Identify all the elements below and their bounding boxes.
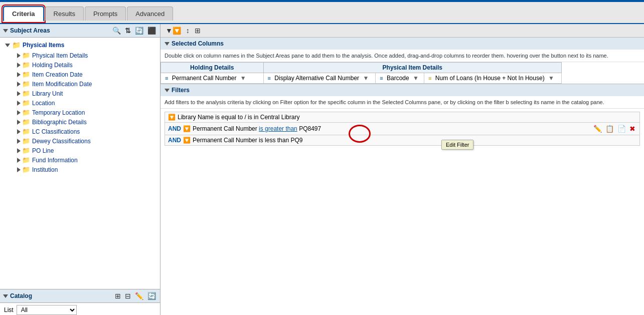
tree-item-creation-date[interactable]: 📁 Item Creation Date xyxy=(13,70,160,79)
filter-operator-link[interactable]: is greater than xyxy=(259,125,297,132)
item-label: Institution xyxy=(32,166,58,173)
col-menu-icon[interactable]: ▼ xyxy=(548,75,554,82)
col-menu-icon[interactable]: ▼ xyxy=(240,75,246,82)
filter-and-connector-1[interactable]: AND xyxy=(168,125,181,132)
tree-item-location[interactable]: 📁 Location xyxy=(13,98,160,108)
catalog-edit-icon[interactable]: ✏️ xyxy=(134,291,144,300)
tree-item-bibliographic-details[interactable]: 📁 Bibliographic Details xyxy=(13,117,160,127)
table-icon[interactable]: ⊞ xyxy=(194,26,202,35)
more-icon[interactable]: ⬛ xyxy=(146,26,157,35)
col-data-icon: ≡ xyxy=(380,75,383,81)
move-icon[interactable]: ⇅ xyxy=(124,26,132,35)
sort-icon[interactable]: ↕ xyxy=(185,26,191,35)
col-permanent-call-number[interactable]: ≡ Permanent Call Number ▼ xyxy=(161,73,264,84)
arrow-icon xyxy=(17,91,21,96)
col-data-icon: ≡ xyxy=(165,75,168,81)
folder-icon: 📁 xyxy=(22,118,30,126)
tab-prompts[interactable]: Prompts xyxy=(85,7,126,21)
tree-item-holding-details[interactable]: 📁 Holding Details xyxy=(13,60,160,70)
right-panel: ▼🔽 ↕ ⊞ Selected Columns Double click on … xyxy=(160,24,644,315)
tab-advanced[interactable]: Advanced xyxy=(127,7,173,21)
folder-icon: 📁 xyxy=(22,166,30,173)
tree-item-institution[interactable]: 📁 Institution xyxy=(13,165,160,174)
filter-and-connector-2[interactable]: AND xyxy=(168,137,181,144)
arrow-icon xyxy=(17,139,21,144)
selected-columns-section: Selected Columns Double click on column … xyxy=(160,38,644,84)
catalog-icon2[interactable]: ⊟ xyxy=(124,291,132,300)
col-display-alt-call-number[interactable]: ≡ Display Alternative Call Number ▼ xyxy=(263,73,376,84)
tab-criteria[interactable]: Criteria xyxy=(3,6,44,22)
filter-funnel-icon: 🔽 xyxy=(168,114,176,121)
tree-item-modification-date[interactable]: 📁 Item Modification Date xyxy=(13,79,160,89)
tree-item-physical-item-details[interactable]: 📁 Physical Item Details xyxy=(13,51,160,60)
filter-copy-btn[interactable]: 📋 xyxy=(604,124,615,133)
tree-item-dewey-classifications[interactable]: 📁 Dewey Classifications xyxy=(13,136,160,146)
item-label: Dewey Classifications xyxy=(32,138,91,145)
search-icon[interactable]: 🔍 xyxy=(111,26,122,35)
tree-item-po-line[interactable]: 📁 PO Line xyxy=(13,146,160,155)
folder-icon: 📁 xyxy=(22,90,30,97)
filter-row-2-text: Permanent Call Number is greater than PQ… xyxy=(193,125,588,132)
item-label: LC Classifications xyxy=(32,128,80,135)
columns-table-area: Holding Details Physical Item Details ≡ … xyxy=(160,62,644,84)
edit-filter-tooltip: Edit Filter xyxy=(441,140,473,150)
filters-section: Filters Add filters to the analysis crit… xyxy=(160,84,644,315)
group-header-physical: Physical Item Details xyxy=(263,63,561,73)
filter-funnel-icon-2: 🔽 xyxy=(183,125,191,132)
catalog-header: Catalog ⊞ ⊟ ✏️ 🔄 xyxy=(0,289,160,303)
folder-icon: 📁 xyxy=(22,52,30,59)
col-num-loans[interactable]: ≡ Num of Loans (In House + Not In House)… xyxy=(424,73,562,84)
folder-icon: 📁 xyxy=(22,99,30,107)
folder-icon: 📁 xyxy=(22,147,30,154)
filter-row-2: AND 🔽 Permanent Call Number is greater t… xyxy=(165,123,640,135)
item-label: Location xyxy=(32,100,55,107)
tree-item-lc-classifications[interactable]: 📁 LC Classifications xyxy=(13,127,160,136)
arrow-icon xyxy=(17,167,21,172)
item-label: PO Line xyxy=(32,147,54,154)
filter-row-2-actions: ✏️ 📋 📄 ✖ xyxy=(592,124,636,133)
folder-icon: 📁 xyxy=(12,41,21,49)
item-label: Temporary Location xyxy=(32,109,85,116)
tree-root: 📁 Physical Items 📁 Physical Item Details… xyxy=(0,40,160,174)
folder-icon: 📁 xyxy=(22,61,30,69)
tab-results[interactable]: Results xyxy=(45,7,84,21)
arrow-icon xyxy=(17,63,21,68)
tree-item-fund-information[interactable]: 📁 Fund Information xyxy=(13,155,160,165)
left-panel: Subject Areas 🔍 ⇅ 🔄 ⬛ 📁 Physical Items xyxy=(0,24,160,315)
filter-row-1: 🔽 Library Name is equal to / is in Centr… xyxy=(165,112,640,123)
tree-root-item[interactable]: 📁 Physical Items xyxy=(3,40,160,51)
col-menu-icon[interactable]: ▼ xyxy=(413,75,419,82)
arrow-icon xyxy=(17,120,21,125)
group-header-holding: Holding Details xyxy=(161,63,264,73)
col-barcode[interactable]: ≡ Barcode ▼ xyxy=(376,73,424,84)
catalog-list-select[interactable]: All xyxy=(17,305,77,315)
arrow-icon xyxy=(17,53,21,58)
filter-icon[interactable]: ▼🔽 xyxy=(165,26,182,35)
tree-item-temporary-location[interactable]: 📁 Temporary Location xyxy=(13,108,160,117)
arrow-icon xyxy=(17,158,21,163)
right-toolbar: ▼🔽 ↕ ⊞ xyxy=(160,24,644,38)
refresh-icon[interactable]: 🔄 xyxy=(134,26,144,35)
root-collapse-icon xyxy=(5,44,10,47)
catalog-list-row: List All xyxy=(0,303,160,315)
filter-paste-btn[interactable]: 📄 xyxy=(616,124,627,133)
col-menu-icon[interactable]: ▼ xyxy=(363,75,369,82)
catalog-refresh-icon[interactable]: 🔄 xyxy=(146,291,157,300)
arrow-icon xyxy=(17,110,21,115)
arrow-icon xyxy=(17,72,21,77)
filter-delete-btn[interactable]: ✖ xyxy=(628,124,636,133)
item-label: Bibliographic Details xyxy=(32,119,87,126)
filter-edit-btn[interactable]: ✏️ xyxy=(592,124,603,133)
filters-header: Filters xyxy=(160,84,644,96)
selected-columns-description: Double click on column names in the Subj… xyxy=(160,50,644,62)
col-data-icon: ≡ xyxy=(268,75,271,81)
columns-table: Holding Details Physical Item Details ≡ … xyxy=(160,62,562,84)
subject-areas-title: Subject Areas xyxy=(10,27,50,34)
filters-description: Add filters to the analysis criteria by … xyxy=(160,96,644,109)
selected-columns-title: Selected Columns xyxy=(172,40,224,47)
tree-item-library-unit[interactable]: 📁 Library Unit xyxy=(13,89,160,98)
catalog-icon1[interactable]: ⊞ xyxy=(114,291,122,300)
catalog-toolbar: ⊞ ⊟ ✏️ 🔄 xyxy=(114,291,157,300)
folder-icon: 📁 xyxy=(22,80,30,88)
filter-row-1-text: Library Name is equal to / is in Central… xyxy=(178,114,636,121)
